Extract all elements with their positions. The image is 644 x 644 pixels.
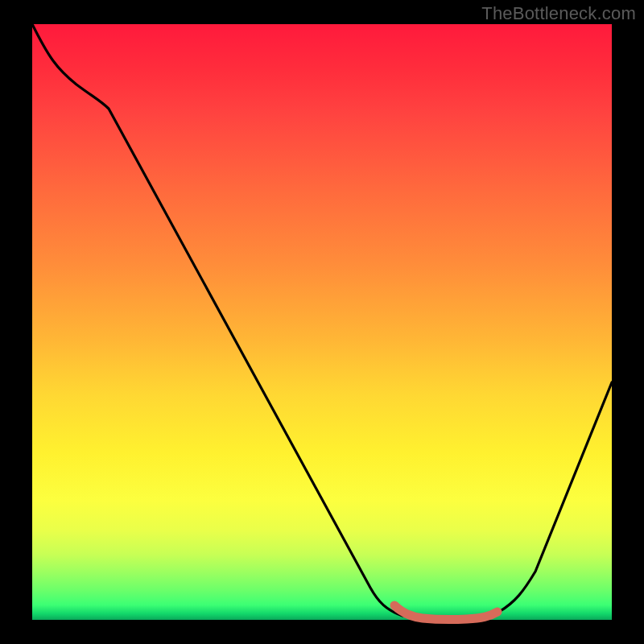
- plot-gradient-area: [32, 24, 612, 620]
- watermark-text: TheBottleneck.com: [481, 3, 636, 24]
- chart-frame: TheBottleneck.com: [0, 0, 644, 644]
- highlight-flat-zone: [394, 605, 497, 620]
- bottleneck-curve: [32, 24, 612, 620]
- curve-svg: [32, 24, 612, 620]
